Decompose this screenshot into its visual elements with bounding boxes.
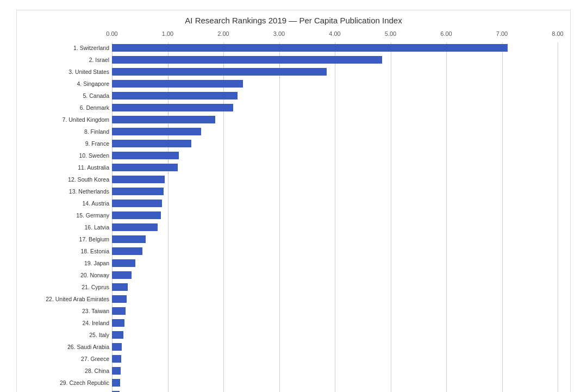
x-tick-label: 6.00 bbox=[440, 30, 452, 37]
x-tick-label: 1.00 bbox=[162, 30, 173, 37]
bar-row: 30. New Zealand bbox=[112, 389, 558, 392]
bar bbox=[112, 152, 179, 159]
bar bbox=[112, 247, 142, 255]
country-label: 19. Japan bbox=[25, 260, 109, 266]
country-label: 6. Denmark bbox=[25, 104, 109, 111]
bar-row: 22. United Arab Emirates bbox=[112, 294, 558, 304]
bar bbox=[112, 379, 120, 387]
bar bbox=[112, 128, 201, 135]
bar-row: 18. Estonia bbox=[112, 246, 558, 257]
country-label: 11. Australia bbox=[25, 164, 109, 171]
bar bbox=[112, 68, 327, 76]
country-label: 15. Germany bbox=[25, 212, 109, 219]
bar-row: 1. Switzerland bbox=[112, 42, 558, 53]
bar bbox=[112, 140, 191, 147]
bar-row: 21. Cyprus bbox=[112, 282, 558, 293]
bar bbox=[112, 367, 121, 375]
bar bbox=[112, 104, 233, 111]
x-tick-label: 4.00 bbox=[329, 30, 340, 37]
bar-row: 10. Sweden bbox=[112, 150, 558, 161]
country-label: 1. Switzerland bbox=[25, 45, 109, 51]
bar-row: 29. Czech Republic bbox=[112, 377, 558, 388]
country-label: 10. Sweden bbox=[25, 152, 109, 159]
chart-border: AI Research Rankings 2019 — Per Capita P… bbox=[16, 10, 571, 392]
bar bbox=[112, 211, 161, 219]
chart-container: AI Research Rankings 2019 — Per Capita P… bbox=[11, 0, 576, 392]
bar-row: 9. France bbox=[112, 138, 558, 149]
x-tick-label: 2.00 bbox=[217, 30, 229, 37]
bar-row: 26. Saudi Arabia bbox=[112, 341, 558, 352]
country-label: 26. Saudi Arabia bbox=[25, 344, 109, 350]
bar-row: 4. Singapore bbox=[112, 78, 558, 89]
chart-title: AI Research Rankings 2019 — Per Capita P… bbox=[25, 16, 562, 25]
country-label: 16. Latvia bbox=[25, 224, 109, 231]
country-label: 21. Cyprus bbox=[25, 284, 109, 290]
bar-row: 27. Greece bbox=[112, 353, 558, 364]
bar-row: 12. South Korea bbox=[112, 174, 558, 185]
country-label: 28. China bbox=[25, 368, 109, 374]
bar-row: 28. China bbox=[112, 365, 558, 376]
bar bbox=[112, 80, 243, 88]
country-label: 29. Czech Republic bbox=[25, 379, 109, 386]
x-tick-label: 5.00 bbox=[385, 30, 396, 37]
country-label: 2. Israel bbox=[25, 57, 109, 63]
rows-wrapper: 1. Switzerland2. Israel3. United States4… bbox=[112, 42, 558, 392]
bar-row: 23. Taiwan bbox=[112, 306, 558, 316]
country-label: 18. Estonia bbox=[25, 248, 109, 254]
bar bbox=[112, 259, 135, 267]
x-tick-label: 8.00 bbox=[552, 30, 563, 37]
country-label: 22. United Arab Emirates bbox=[25, 296, 109, 302]
bar bbox=[112, 271, 132, 279]
bar bbox=[112, 295, 127, 303]
bar bbox=[112, 235, 146, 243]
x-axis-top: 0.001.002.003.004.005.006.007.008.00 bbox=[112, 30, 558, 40]
bar bbox=[112, 92, 238, 99]
bar bbox=[112, 44, 508, 52]
bar-row: 14. Austria bbox=[112, 198, 558, 209]
bar bbox=[112, 307, 126, 315]
country-label: 5. Canada bbox=[25, 92, 109, 99]
bar-row: 8. Finland bbox=[112, 126, 558, 137]
bar-row: 19. Japan bbox=[112, 258, 558, 269]
bar-row: 6. Denmark bbox=[112, 102, 558, 113]
bar bbox=[112, 188, 164, 195]
country-label: 27. Greece bbox=[25, 356, 109, 362]
bar bbox=[112, 331, 123, 339]
bar bbox=[112, 116, 215, 123]
bar-row: 13. Netherlands bbox=[112, 186, 558, 197]
bar-row: 15. Germany bbox=[112, 210, 558, 221]
country-label: 3. United States bbox=[25, 69, 109, 75]
bar-row: 5. Canada bbox=[112, 90, 558, 101]
x-tick-label: 7.00 bbox=[496, 30, 508, 37]
bar-row: 7. United Kingdom bbox=[112, 114, 558, 125]
country-label: 13. Netherlands bbox=[25, 188, 109, 195]
bar bbox=[112, 283, 128, 291]
x-tick-label: 3.00 bbox=[273, 30, 285, 37]
bar-row: 2. Israel bbox=[112, 54, 558, 65]
bar bbox=[112, 200, 162, 207]
x-tick-label: 0.00 bbox=[106, 30, 117, 37]
country-label: 4. Singapore bbox=[25, 80, 109, 87]
bar bbox=[112, 176, 165, 183]
country-label: 8. Finland bbox=[25, 128, 109, 135]
country-label: 14. Austria bbox=[25, 200, 109, 207]
bar bbox=[112, 343, 122, 351]
bars-and-grid: 1. Switzerland2. Israel3. United States4… bbox=[112, 42, 562, 392]
bar-row: 25. Italy bbox=[112, 329, 558, 340]
country-label: 9. France bbox=[25, 140, 109, 147]
country-label: 20. Norway bbox=[25, 272, 109, 278]
country-label: 25. Italy bbox=[25, 332, 109, 338]
grid-line bbox=[558, 42, 558, 392]
country-label: 23. Taiwan bbox=[25, 308, 109, 314]
country-label: 17. Belgium bbox=[25, 236, 109, 242]
bar-row: 17. Belgium bbox=[112, 234, 558, 245]
country-label: 7. United Kingdom bbox=[25, 116, 109, 123]
bar bbox=[112, 355, 121, 363]
bar bbox=[112, 56, 382, 64]
bar bbox=[112, 319, 124, 327]
bar-row: 20. Norway bbox=[112, 270, 558, 281]
country-label: 24. Ireland bbox=[25, 320, 109, 326]
bar bbox=[112, 223, 158, 231]
bar-row: 24. Ireland bbox=[112, 318, 558, 328]
bar bbox=[112, 164, 178, 171]
